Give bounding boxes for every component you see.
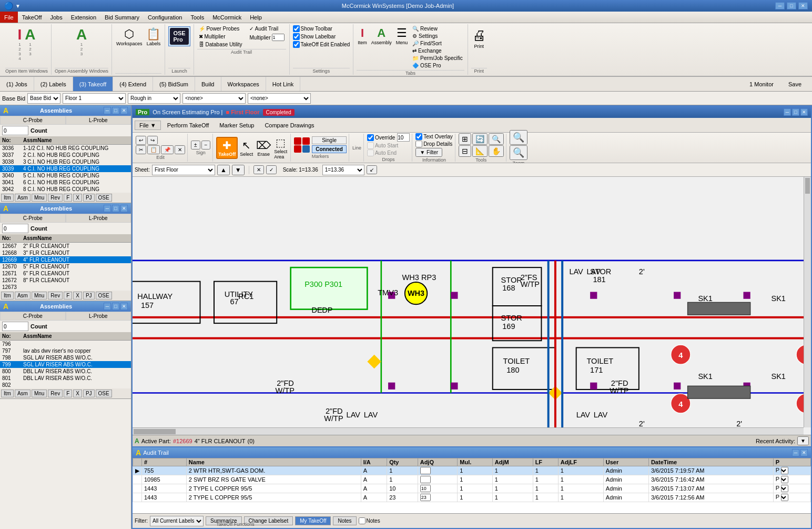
labels-btn[interactable]: 📋 Labels	[145, 26, 161, 47]
p-select-2[interactable]: P	[781, 476, 788, 483]
auto-start-check[interactable]: Auto Start	[367, 142, 398, 149]
l-probe-2[interactable]: L-Probe	[66, 214, 131, 223]
x-btn-2[interactable]: X	[73, 292, 82, 300]
erase-tool-btn[interactable]: ⌦ Erase	[255, 138, 272, 158]
database-utility-btn[interactable]: 🗄 Database Utility	[197, 41, 244, 48]
text-overlay-check[interactable]: Text Overlay	[415, 133, 453, 140]
list-item[interactable]: 796	[0, 341, 131, 347]
minimize-btn[interactable]: ─	[775, 2, 785, 9]
sign-btn[interactable]: ±	[191, 141, 200, 149]
itm-btn-2[interactable]: Itm	[1, 292, 14, 300]
list-item[interactable]: 126716" FLR CLEANOUT	[0, 270, 131, 277]
panel-1-restore[interactable]: □	[112, 107, 119, 114]
list-item[interactable]: 30383 C.I. NO HUB REG COUPLING	[0, 158, 131, 165]
tab-workspaces[interactable]: Workspaces	[221, 77, 266, 91]
cut-btn[interactable]: ✂	[136, 145, 146, 154]
x-btn-3[interactable]: X	[73, 390, 82, 397]
notes-check[interactable]: Notes	[359, 517, 380, 524]
list-item[interactable]: 802	[0, 382, 131, 388]
list-item[interactable]: 30416 C.I. NO HUB REG COUPLING	[0, 179, 131, 186]
tab-takeoff[interactable]: (3) Takeoff	[73, 77, 114, 91]
list-item[interactable]: 798SGL LAV RISER ABS W/O.C.	[0, 354, 131, 361]
panel-2-restore[interactable]: □	[112, 205, 119, 212]
assembly-toolbar-btn[interactable]: A Assembly	[370, 25, 393, 69]
ose-btn-1[interactable]: OSE	[96, 194, 112, 202]
x-btn-1[interactable]: X	[73, 194, 82, 202]
list-item[interactable]: 30405 C.I. NO HUB REG COUPLING	[0, 172, 131, 179]
zoom-in-btn[interactable]: 🔍	[510, 130, 527, 145]
override-input[interactable]	[397, 133, 410, 142]
ose-btn-2[interactable]: OSE	[96, 292, 112, 300]
list-item[interactable]: 126705" FLR CLEANOUT	[0, 263, 131, 270]
rough-in-select[interactable]: Rough in	[128, 93, 180, 104]
tool-3-btn[interactable]: 🔍	[489, 133, 504, 145]
table-row[interactable]: 10985 2 SWT BRZ RS GATE VALVE A 1 1 1 1 …	[133, 475, 811, 484]
sheet-select[interactable]: First Floor	[152, 165, 215, 175]
list-item[interactable]: 30372 C.I. NO HUB REG COUPLING	[0, 152, 131, 158]
tab-extend[interactable]: (4) Extend	[113, 77, 153, 91]
item-toolbar-btn[interactable]: I Item	[357, 25, 368, 69]
mnu-btn-1[interactable]: Mnu	[32, 194, 47, 202]
list-item[interactable]: 126672" FLR CLEANOUT	[0, 243, 131, 249]
assembly-window-2-btn[interactable]: A 123	[75, 26, 88, 57]
perm-job-btn[interactable]: 📁 Perm/Job Specific	[411, 55, 464, 62]
ose-pro-ribbon-btn[interactable]: 🔷 OSE Pro	[411, 62, 464, 69]
menu-help[interactable]: Help	[246, 12, 266, 23]
minus-btn[interactable]: −	[201, 141, 211, 149]
exchange-btn[interactable]: ⇄ Exchange	[411, 47, 464, 54]
multiplier-btn[interactable]: ✖ Multiplier	[197, 33, 244, 40]
p-select-4[interactable]: P	[781, 494, 788, 501]
menu-file[interactable]: File	[0, 12, 18, 23]
menu-configuration[interactable]: Configuration	[144, 12, 186, 23]
show-toolbar-check[interactable]: Show Toolbar	[293, 25, 350, 32]
tool-4-btn[interactable]: ⊟	[459, 145, 471, 157]
ose-pro-btn[interactable]: OSEPro	[168, 26, 190, 46]
floor-select[interactable]: Floor 1	[63, 93, 126, 104]
perform-takeoff-tab[interactable]: Perform TakeOff	[163, 121, 214, 129]
tool-5-btn[interactable]: 📐	[472, 145, 488, 157]
none-select-2[interactable]: <none>	[248, 93, 311, 104]
none-select-1[interactable]: <none>	[182, 93, 246, 104]
filter-select[interactable]: All Current Labels	[150, 516, 204, 526]
sheet-down-btn[interactable]: ▼	[232, 165, 245, 175]
list-item[interactable]: 126728" FLR CLEANOUT	[0, 277, 131, 284]
asm-btn-3[interactable]: Asm	[15, 390, 31, 397]
mnu-btn-2[interactable]: Mnu	[32, 292, 47, 300]
panel-1-minimize[interactable]: ─	[104, 107, 111, 114]
list-item[interactable]: 126694" FLR CLEANOUT	[0, 256, 131, 263]
pj-btn-1[interactable]: PJ	[83, 194, 95, 202]
table-row[interactable]: ▶ 755 2 WTR HTR,SWT-GAS DOM. A 1 1 1 1 1…	[133, 466, 811, 475]
delete-edit-btn[interactable]: ✕	[175, 145, 185, 154]
tab-jobs[interactable]: (1) Jobs	[0, 77, 34, 91]
list-item[interactable]: 30394 C.I. NO HUB REG COUPLING	[0, 165, 131, 172]
recent-activity-btn[interactable]: ▼	[797, 436, 809, 445]
tool-1-btn[interactable]: ⊞	[459, 133, 471, 145]
f-btn-1[interactable]: F	[64, 194, 72, 202]
asm-btn-2[interactable]: Asm	[15, 292, 31, 300]
p-select-1[interactable]: P	[781, 467, 788, 474]
multiplier-input[interactable]	[272, 34, 285, 41]
panel-2-minimize[interactable]: ─	[104, 205, 111, 212]
sheet-ok-btn[interactable]: ✓	[266, 165, 277, 174]
list-item[interactable]: 797lav abs dwv riser's no copper	[0, 347, 131, 354]
panel-2-close[interactable]: ✕	[120, 205, 128, 212]
panel-3-restore[interactable]: □	[112, 303, 119, 310]
menu-jobs[interactable]: Jobs	[46, 12, 66, 23]
single-btn[interactable]: Single	[312, 136, 347, 144]
audit-close[interactable]: ✕	[800, 449, 808, 456]
settings-ribbon-btn[interactable]: ⚙ Settings	[411, 33, 464, 39]
ose-file-btn[interactable]: File ▼	[135, 121, 161, 130]
zoom-out-btn[interactable]: 🔍	[510, 145, 527, 160]
menu-bid-summary[interactable]: Bid Summary	[100, 12, 144, 23]
asm-btn-1[interactable]: Asm	[15, 194, 31, 202]
marker-setup-tab[interactable]: Marker Setup	[215, 121, 258, 129]
rev-btn-1[interactable]: Rev	[48, 194, 63, 202]
count-input-3[interactable]	[2, 322, 28, 331]
p-select-3[interactable]: P	[781, 485, 788, 492]
rev-btn-3[interactable]: Rev	[48, 390, 63, 397]
adjq-input-3[interactable]	[420, 485, 431, 492]
redo-btn[interactable]: ↪	[147, 136, 158, 145]
menu-mccormick[interactable]: McCormick	[208, 12, 246, 23]
itm-btn-3[interactable]: Itm	[1, 390, 14, 397]
review-btn[interactable]: 🔍 Review	[411, 25, 464, 32]
